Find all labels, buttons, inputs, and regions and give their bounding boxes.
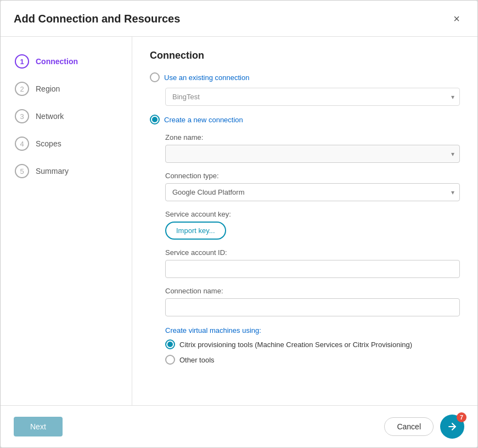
step-circle-2: 2 (15, 82, 29, 96)
sidebar-item-summary[interactable]: 5 Summary (9, 160, 123, 183)
sidebar-label-connection: Connection (36, 57, 78, 66)
zone-name-group: Zone name: ▾ (165, 133, 460, 163)
import-key-button[interactable]: Import key... (165, 222, 226, 240)
existing-connection-select[interactable]: BingTest (165, 88, 460, 106)
sidebar-label-region: Region (36, 84, 60, 93)
use-existing-radio-option[interactable]: Use an existing connection (150, 72, 460, 82)
service-account-key-group: Service account key: Import key... (165, 210, 460, 240)
add-connection-dialog: Add Connection and Resources × 1 Connect… (0, 0, 478, 448)
section-title: Connection (150, 50, 460, 61)
connection-type-select[interactable]: Google Cloud Platform (165, 183, 460, 201)
step-circle-5: 5 (15, 164, 29, 178)
dialog-footer: Next Cancel 7 (1, 405, 477, 447)
sidebar-label-summary: Summary (36, 167, 69, 175)
other-tools-label: Other tools (179, 356, 215, 364)
existing-connection-group: BingTest ▾ (165, 88, 460, 106)
step-circle-3: 3 (15, 109, 29, 123)
sidebar-label-scopes: Scopes (36, 139, 61, 148)
step-circle-1: 1 (15, 54, 29, 69)
connection-name-label: Connection name: (165, 287, 460, 295)
main-content: Connection Use an existing connection Bi… (132, 37, 477, 405)
connection-type-select-wrapper: Google Cloud Platform ▾ (165, 183, 460, 201)
connection-name-group: Connection name: (165, 287, 460, 316)
sidebar-label-network: Network (36, 112, 64, 121)
service-account-id-group: Service account ID: (165, 248, 460, 278)
cancel-button[interactable]: Cancel (384, 417, 434, 436)
sidebar-item-scopes[interactable]: 4 Scopes (9, 132, 123, 155)
next-button[interactable]: Next (14, 417, 63, 436)
nav-fab-button[interactable]: 7 (440, 415, 464, 439)
citrix-tools-radio-option[interactable]: Citrix provisioning tools (Machine Creat… (165, 339, 460, 349)
footer-right: Cancel 7 (384, 415, 464, 439)
connection-type-label: Connection type: (165, 172, 460, 180)
sidebar-item-network[interactable]: 3 Network (9, 105, 123, 128)
create-vm-group: Create virtual machines using: Citrix pr… (165, 325, 460, 365)
zone-name-select-wrapper: ▾ (165, 145, 460, 163)
close-button[interactable]: × (449, 10, 464, 27)
zone-name-label: Zone name: (165, 133, 460, 141)
use-existing-radio[interactable] (150, 72, 160, 82)
existing-connection-select-wrapper: BingTest ▾ (165, 88, 460, 106)
create-new-radio[interactable] (150, 115, 160, 124)
use-existing-label: Use an existing connection (164, 73, 249, 82)
nav-badge: 7 (457, 412, 466, 422)
other-tools-radio-option[interactable]: Other tools (165, 355, 460, 365)
nav-arrow-icon (447, 421, 458, 432)
sidebar-item-region[interactable]: 2 Region (9, 77, 123, 100)
create-new-radio-option[interactable]: Create a new connection (150, 115, 460, 124)
create-new-label: Create a new connection (164, 116, 243, 124)
step-circle-4: 4 (15, 137, 29, 151)
service-account-id-label: Service account ID: (165, 248, 460, 257)
connection-type-group: Connection type: Google Cloud Platform ▾ (165, 172, 460, 201)
service-account-id-input[interactable] (165, 260, 460, 278)
citrix-tools-label: Citrix provisioning tools (Machine Creat… (179, 341, 412, 349)
other-tools-radio[interactable] (165, 355, 175, 365)
dialog-body: 1 Connection 2 Region 3 Network 4 (1, 37, 477, 405)
connection-name-input[interactable] (165, 298, 460, 316)
sidebar: 1 Connection 2 Region 3 Network 4 (1, 37, 132, 405)
sidebar-item-connection[interactable]: 1 Connection (9, 50, 123, 73)
service-account-key-label: Service account key: (165, 210, 460, 218)
citrix-tools-radio[interactable] (165, 339, 175, 349)
zone-name-select[interactable] (165, 145, 460, 163)
create-vm-label: Create virtual machines using: (165, 326, 261, 334)
dialog-header: Add Connection and Resources × (1, 1, 477, 37)
dialog-title: Add Connection and Resources (14, 13, 180, 25)
